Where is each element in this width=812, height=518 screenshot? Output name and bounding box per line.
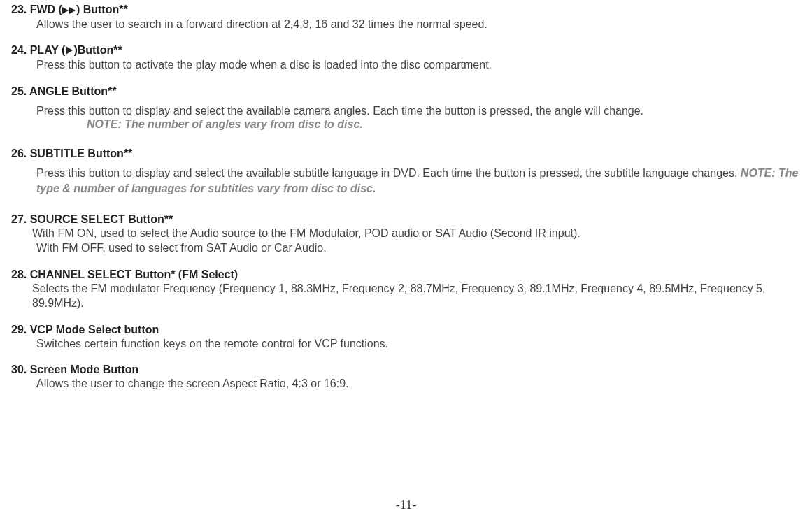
section-27: 27. SOURCE SELECT Button** With FM ON, u… [11, 213, 801, 256]
body-27-1: With FM ON, used to select the Audio sou… [11, 226, 801, 241]
body-26: Press this button to display and select … [11, 166, 801, 196]
body-28: Selects the FM modulator Frequency (Freq… [11, 281, 801, 311]
section-30: 30. Screen Mode Button Allows the user t… [11, 364, 801, 391]
section-26: 26. SUBTITLE Button** Press this button … [11, 148, 801, 196]
section-29: 29. VCP Mode Select button Switches cert… [11, 324, 801, 352]
heading-24: 24. PLAY ()Button** [11, 44, 801, 57]
heading-29: 29. VCP Mode Select button [11, 324, 801, 336]
svg-marker-1 [69, 7, 76, 14]
heading-28: 28. CHANNEL SELECT Button* (FM Select) [11, 268, 801, 281]
body-27-2: With FM OFF, used to select from SAT Aud… [11, 240, 801, 256]
body-23: Allows the user to search in a forward d… [11, 17, 801, 32]
page-number: -11- [396, 498, 416, 512]
body-29: Switches certain function keys on the re… [11, 336, 801, 352]
svg-marker-0 [62, 7, 69, 14]
body-26-pre: Press this button to display and select … [36, 167, 741, 179]
heading-24-pre: 24. PLAY ( [11, 44, 65, 56]
heading-23-post: ) Button** [76, 3, 128, 15]
note-25: NOTE: The number of angles vary from dis… [11, 118, 801, 131]
heading-23: 23. FWD () Button** [11, 3, 801, 17]
heading-24-post: )Button** [73, 44, 122, 56]
section-24: 24. PLAY ()Button** Press this button to… [11, 44, 801, 72]
section-28: 28. CHANNEL SELECT Button* (FM Select) S… [11, 268, 801, 311]
play-icon [65, 45, 73, 57]
svg-marker-2 [66, 46, 73, 55]
heading-30: 30. Screen Mode Button [11, 364, 801, 376]
heading-25: 25. ANGLE Button** [11, 85, 801, 98]
fast-forward-icon [62, 4, 76, 17]
section-23: 23. FWD () Button** Allows the user to s… [11, 3, 801, 31]
body-24: Press this button to activate the play m… [11, 57, 801, 73]
body-30: Allows the user to change the screen Asp… [11, 376, 801, 391]
heading-23-pre: 23. FWD ( [11, 3, 62, 15]
heading-27: 27. SOURCE SELECT Button** [11, 213, 801, 226]
body-25: Press this button to display and select … [11, 103, 801, 119]
heading-26: 26. SUBTITLE Button** [11, 148, 801, 160]
section-25: 25. ANGLE Button** Press this button to … [11, 85, 801, 131]
